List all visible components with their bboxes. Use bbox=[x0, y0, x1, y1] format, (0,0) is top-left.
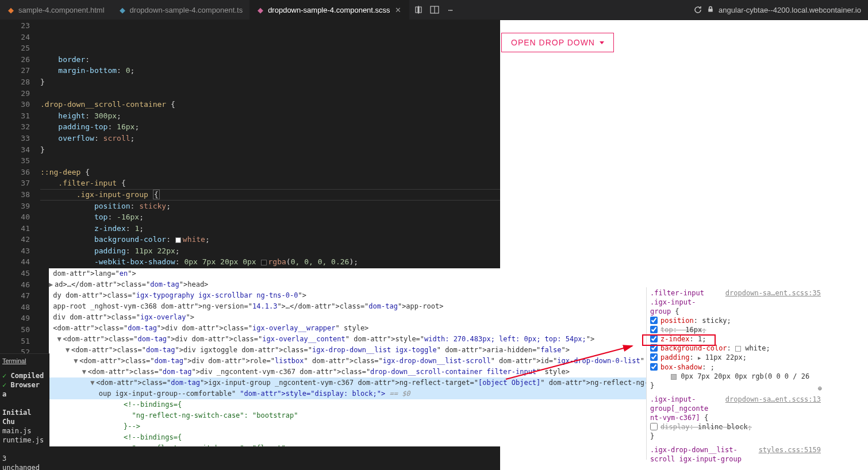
url-text[interactable]: angular-cybtae--4200.local.webcontainer.… bbox=[719, 6, 861, 14]
split-editor-icon[interactable] bbox=[430, 5, 439, 14]
more-icon[interactable]: ⋯ bbox=[446, 5, 455, 14]
tab-scss[interactable]: ◆ dropdown-sample-4.component.scss ✕ bbox=[249, 0, 409, 20]
close-icon[interactable]: ✕ bbox=[394, 6, 402, 14]
tab-html[interactable]: ◆ sample-4.component.html bbox=[0, 0, 112, 20]
compare-icon[interactable] bbox=[414, 5, 423, 14]
caret-down-icon bbox=[600, 41, 604, 44]
top-bar: ◆ sample-4.component.html ◆ dropdown-sam… bbox=[0, 0, 868, 20]
styles-panel[interactable]: dropdown-sa…ent.scss:35.filter-input.igx… bbox=[646, 287, 824, 460]
elements-panel[interactable]: dom-attr">lang="en">▶ad>…</dom-attr">cla… bbox=[49, 268, 647, 446]
html-icon: ◆ bbox=[7, 6, 15, 14]
lock-icon bbox=[707, 6, 714, 14]
button-label: OPEN DROP DOWN bbox=[511, 38, 595, 47]
tab-ts[interactable]: ◆ dropdown-sample-4.component.ts bbox=[112, 0, 250, 20]
tab-label: dropdown-sample-4.component.ts bbox=[130, 6, 243, 14]
terminal-tab[interactable]: Terminal bbox=[2, 356, 47, 371]
terminal-panel[interactable]: Terminal ✓ Compiled✓ Browser a Initial C… bbox=[0, 353, 49, 468]
tab-label: sample-4.component.html bbox=[18, 6, 105, 14]
open-dropdown-button[interactable]: OPEN DROP DOWN bbox=[501, 33, 614, 52]
sass-icon: ◆ bbox=[256, 6, 264, 14]
editor-toolbar: ⋯ bbox=[414, 5, 461, 14]
editor-tabs: ◆ sample-4.component.html ◆ dropdown-sam… bbox=[0, 0, 409, 20]
tab-label: dropdown-sample-4.component.scss bbox=[268, 6, 390, 14]
reload-icon[interactable] bbox=[693, 5, 702, 14]
typescript-icon: ◆ bbox=[118, 6, 126, 14]
browser-url-bar: angular-cybtae--4200.local.webcontainer.… bbox=[686, 5, 868, 14]
